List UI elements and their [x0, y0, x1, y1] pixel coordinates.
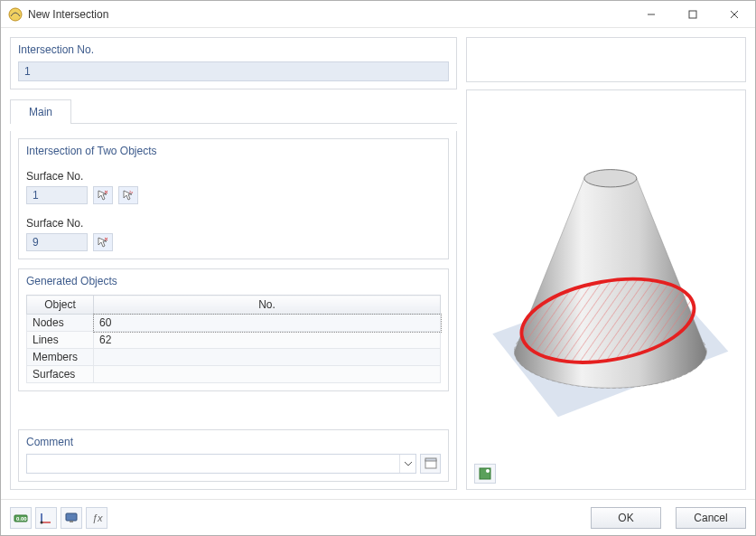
surface1-label: Surface No.: [26, 170, 441, 183]
cell-object: Lines: [27, 332, 94, 349]
intersection-objects-group: Intersection of Two Objects Surface No. …: [18, 138, 449, 259]
svg-rect-25: [70, 521, 73, 522]
units-button[interactable]: 0.00: [10, 507, 32, 529]
table-row: Members: [27, 349, 441, 366]
surface2-pick-button[interactable]: [93, 233, 113, 251]
tab-main[interactable]: Main: [10, 99, 71, 124]
svg-rect-11: [425, 458, 436, 461]
svg-text:0.00: 0.00: [16, 516, 27, 522]
preview-graphic: [475, 96, 737, 484]
tab-main-content: Intersection of Two Objects Surface No. …: [10, 131, 457, 490]
dialog-body: Intersection No. Main Intersection of Tw…: [1, 28, 755, 499]
cell-no[interactable]: 62: [94, 332, 441, 349]
function-button[interactable]: ƒx: [86, 507, 107, 529]
ok-button[interactable]: OK: [591, 507, 661, 529]
svg-text:ƒx: ƒx: [92, 512, 103, 523]
svg-rect-2: [689, 11, 696, 18]
surface1-input[interactable]: [26, 186, 88, 204]
comment-input[interactable]: [27, 455, 399, 473]
svg-point-0: [9, 8, 22, 21]
cancel-button[interactable]: Cancel: [676, 507, 746, 529]
cell-no[interactable]: [94, 366, 441, 383]
svg-text:2x: 2x: [129, 190, 133, 194]
dialog-window: New Intersection Intersection No. Main: [0, 0, 756, 536]
surface1-pick-button[interactable]: [93, 186, 113, 204]
svg-rect-24: [66, 513, 77, 521]
intersection-no-title: Intersection No.: [11, 38, 456, 58]
generated-objects-table: Object No. Nodes 60 Lines: [26, 295, 441, 383]
col-object-header: Object: [27, 296, 94, 315]
preview-settings-button[interactable]: [474, 464, 496, 484]
generated-objects-group: Generated Objects Object No.: [18, 268, 449, 391]
footer: 0.00 ƒx OK Cancel: [1, 499, 755, 535]
table-row: Nodes 60: [27, 315, 441, 332]
table-row: Lines 62: [27, 332, 441, 349]
intersection-objects-title: Intersection of Two Objects: [19, 139, 448, 159]
surface1-pick-multi-button[interactable]: 2x: [118, 186, 138, 204]
intersection-no-group: Intersection No.: [10, 37, 457, 89]
comment-title: Comment: [19, 430, 448, 450]
cell-object: Surfaces: [27, 366, 94, 383]
coordinate-button[interactable]: [35, 507, 57, 529]
window-title: New Intersection: [28, 8, 108, 21]
table-row: Surfaces: [27, 366, 441, 383]
col-no-header: No.: [94, 296, 441, 315]
intersection-no-input[interactable]: [18, 61, 449, 81]
svg-point-18: [486, 469, 490, 473]
info-box: [466, 37, 746, 82]
surface2-label: Surface No.: [26, 217, 441, 230]
chevron-down-icon[interactable]: [399, 455, 415, 473]
right-column: [466, 37, 746, 490]
titlebar: New Intersection: [1, 1, 755, 28]
close-button[interactable]: [714, 1, 755, 28]
svg-point-15: [584, 169, 637, 186]
left-column: Intersection No. Main Intersection of Tw…: [10, 37, 457, 490]
cell-no[interactable]: [94, 349, 441, 366]
cell-no[interactable]: 60: [94, 315, 441, 332]
preview-panel: [466, 89, 746, 490]
cell-object: Members: [27, 349, 94, 366]
maximize-button[interactable]: [672, 1, 714, 28]
svg-point-23: [41, 521, 43, 523]
comment-combo[interactable]: [26, 454, 416, 474]
comment-library-button[interactable]: [420, 454, 441, 474]
display-button[interactable]: [61, 507, 82, 529]
comment-group: Comment: [18, 429, 449, 482]
tab-bar: Main: [10, 99, 457, 124]
generated-objects-title: Generated Objects: [19, 269, 448, 289]
minimize-button[interactable]: [630, 1, 672, 28]
surface2-input[interactable]: [26, 233, 88, 251]
cell-object: Nodes: [27, 315, 94, 332]
app-icon: [8, 7, 23, 22]
